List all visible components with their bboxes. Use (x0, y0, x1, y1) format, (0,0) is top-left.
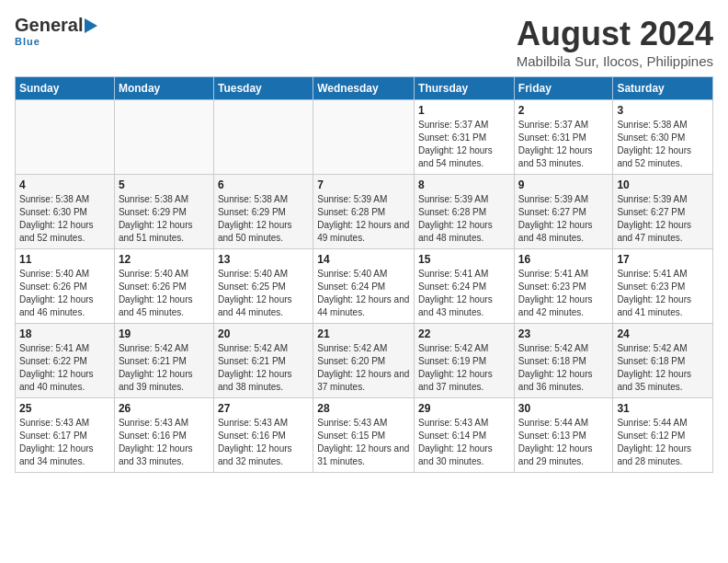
table-row: 9 Sunrise: 5:39 AMSunset: 6:27 PMDayligh… (514, 175, 613, 249)
table-row: 26 Sunrise: 5:43 AMSunset: 6:16 PMDaylig… (114, 398, 213, 473)
table-row (313, 100, 415, 175)
col-sunday: Sunday (16, 77, 115, 100)
day-info: Sunrise: 5:43 AMSunset: 6:16 PMDaylight:… (119, 417, 210, 468)
day-info: Sunrise: 5:42 AMSunset: 6:18 PMDaylight:… (617, 342, 709, 394)
day-number: 8 (418, 178, 510, 191)
day-info: Sunrise: 5:40 AMSunset: 6:26 PMDaylight:… (119, 268, 210, 319)
col-wednesday: Wednesday (313, 77, 415, 100)
table-row: 24 Sunrise: 5:42 AMSunset: 6:18 PMDaylig… (613, 324, 713, 398)
day-number: 9 (518, 178, 609, 191)
table-row: 21 Sunrise: 5:42 AMSunset: 6:20 PMDaylig… (313, 324, 415, 398)
table-row: 20 Sunrise: 5:42 AMSunset: 6:21 PMDaylig… (213, 324, 313, 398)
day-number: 30 (518, 402, 609, 415)
day-number: 13 (218, 253, 309, 266)
day-number: 24 (617, 327, 709, 340)
title-block: August 2024 Mabilbila Sur, Ilocos, Phili… (517, 15, 713, 69)
day-number: 14 (317, 253, 410, 266)
day-info: Sunrise: 5:37 AMSunset: 6:31 PMDaylight:… (418, 119, 510, 170)
day-number: 12 (119, 253, 210, 266)
day-number: 6 (218, 178, 309, 191)
day-number: 4 (19, 178, 110, 191)
day-info: Sunrise: 5:39 AMSunset: 6:27 PMDaylight:… (518, 193, 609, 245)
day-info: Sunrise: 5:40 AMSunset: 6:25 PMDaylight:… (218, 268, 309, 319)
day-number: 3 (617, 104, 709, 117)
logo: General Blue (15, 15, 97, 47)
day-number: 5 (119, 178, 210, 191)
day-number: 23 (518, 327, 609, 340)
day-number: 7 (317, 178, 410, 191)
day-info: Sunrise: 5:38 AMSunset: 6:30 PMDaylight:… (19, 193, 110, 245)
page-header: General Blue August 2024 Mabilbila Sur, … (15, 15, 713, 69)
table-row: 28 Sunrise: 5:43 AMSunset: 6:15 PMDaylig… (313, 398, 415, 473)
table-row: 13 Sunrise: 5:40 AMSunset: 6:25 PMDaylig… (213, 249, 313, 324)
table-row: 6 Sunrise: 5:38 AMSunset: 6:29 PMDayligh… (213, 175, 313, 249)
day-info: Sunrise: 5:39 AMSunset: 6:27 PMDaylight:… (617, 193, 709, 245)
day-number: 11 (19, 253, 110, 266)
day-number: 28 (317, 402, 410, 415)
day-info: Sunrise: 5:44 AMSunset: 6:13 PMDaylight:… (518, 417, 609, 468)
table-row: 4 Sunrise: 5:38 AMSunset: 6:30 PMDayligh… (16, 175, 115, 249)
logo-blue: Blue (15, 36, 40, 47)
day-number: 29 (418, 402, 510, 415)
day-info: Sunrise: 5:41 AMSunset: 6:22 PMDaylight:… (19, 342, 110, 394)
table-row: 2 Sunrise: 5:37 AMSunset: 6:31 PMDayligh… (514, 100, 613, 175)
table-row: 19 Sunrise: 5:42 AMSunset: 6:21 PMDaylig… (114, 324, 213, 398)
table-row: 17 Sunrise: 5:41 AMSunset: 6:23 PMDaylig… (613, 249, 713, 324)
table-row (213, 100, 313, 175)
day-info: Sunrise: 5:41 AMSunset: 6:24 PMDaylight:… (418, 268, 510, 319)
day-info: Sunrise: 5:41 AMSunset: 6:23 PMDaylight:… (518, 268, 609, 319)
day-info: Sunrise: 5:42 AMSunset: 6:19 PMDaylight:… (418, 342, 510, 394)
day-info: Sunrise: 5:38 AMSunset: 6:29 PMDaylight:… (218, 193, 309, 245)
table-row: 1 Sunrise: 5:37 AMSunset: 6:31 PMDayligh… (415, 100, 515, 175)
day-number: 16 (518, 253, 609, 266)
day-number: 15 (418, 253, 510, 266)
day-info: Sunrise: 5:40 AMSunset: 6:24 PMDaylight:… (317, 268, 410, 319)
day-number: 25 (19, 402, 110, 415)
table-row: 3 Sunrise: 5:38 AMSunset: 6:30 PMDayligh… (613, 100, 713, 175)
day-number: 17 (617, 253, 709, 266)
day-info: Sunrise: 5:43 AMSunset: 6:17 PMDaylight:… (19, 417, 110, 468)
month-year: August 2024 (517, 15, 713, 53)
day-info: Sunrise: 5:42 AMSunset: 6:21 PMDaylight:… (119, 342, 210, 394)
table-row: 10 Sunrise: 5:39 AMSunset: 6:27 PMDaylig… (613, 175, 713, 249)
calendar-week-row: 25 Sunrise: 5:43 AMSunset: 6:17 PMDaylig… (16, 398, 713, 473)
day-info: Sunrise: 5:43 AMSunset: 6:14 PMDaylight:… (418, 417, 510, 468)
day-info: Sunrise: 5:42 AMSunset: 6:18 PMDaylight:… (518, 342, 609, 394)
day-number: 10 (617, 178, 709, 191)
table-row: 11 Sunrise: 5:40 AMSunset: 6:26 PMDaylig… (16, 249, 115, 324)
day-number: 1 (418, 104, 510, 117)
table-row (114, 100, 213, 175)
table-row: 23 Sunrise: 5:42 AMSunset: 6:18 PMDaylig… (514, 324, 613, 398)
day-info: Sunrise: 5:37 AMSunset: 6:31 PMDaylight:… (518, 119, 609, 170)
day-number: 2 (518, 104, 609, 117)
table-row: 18 Sunrise: 5:41 AMSunset: 6:22 PMDaylig… (16, 324, 115, 398)
col-tuesday: Tuesday (213, 77, 313, 100)
col-thursday: Thursday (415, 77, 515, 100)
day-number: 20 (218, 327, 309, 340)
day-info: Sunrise: 5:38 AMSunset: 6:29 PMDaylight:… (119, 193, 210, 245)
day-info: Sunrise: 5:44 AMSunset: 6:12 PMDaylight:… (617, 417, 709, 468)
calendar-table: Sunday Monday Tuesday Wednesday Thursday… (15, 76, 713, 473)
table-row: 8 Sunrise: 5:39 AMSunset: 6:28 PMDayligh… (415, 175, 515, 249)
logo-arrow-icon (85, 18, 97, 33)
day-info: Sunrise: 5:42 AMSunset: 6:20 PMDaylight:… (317, 342, 410, 394)
table-row: 29 Sunrise: 5:43 AMSunset: 6:14 PMDaylig… (415, 398, 515, 473)
day-info: Sunrise: 5:38 AMSunset: 6:30 PMDaylight:… (617, 119, 709, 170)
table-row: 22 Sunrise: 5:42 AMSunset: 6:19 PMDaylig… (415, 324, 515, 398)
table-row: 27 Sunrise: 5:43 AMSunset: 6:16 PMDaylig… (213, 398, 313, 473)
col-monday: Monday (114, 77, 213, 100)
day-info: Sunrise: 5:39 AMSunset: 6:28 PMDaylight:… (418, 193, 510, 245)
day-number: 31 (617, 402, 709, 415)
col-saturday: Saturday (613, 77, 713, 100)
table-row (16, 100, 115, 175)
col-friday: Friday (514, 77, 613, 100)
day-number: 18 (19, 327, 110, 340)
table-row: 7 Sunrise: 5:39 AMSunset: 6:28 PMDayligh… (313, 175, 415, 249)
calendar-week-row: 4 Sunrise: 5:38 AMSunset: 6:30 PMDayligh… (16, 175, 713, 249)
day-info: Sunrise: 5:43 AMSunset: 6:15 PMDaylight:… (317, 417, 410, 468)
day-number: 19 (119, 327, 210, 340)
logo-general: General (15, 15, 83, 36)
day-number: 22 (418, 327, 510, 340)
table-row: 31 Sunrise: 5:44 AMSunset: 6:12 PMDaylig… (613, 398, 713, 473)
table-row: 5 Sunrise: 5:38 AMSunset: 6:29 PMDayligh… (114, 175, 213, 249)
